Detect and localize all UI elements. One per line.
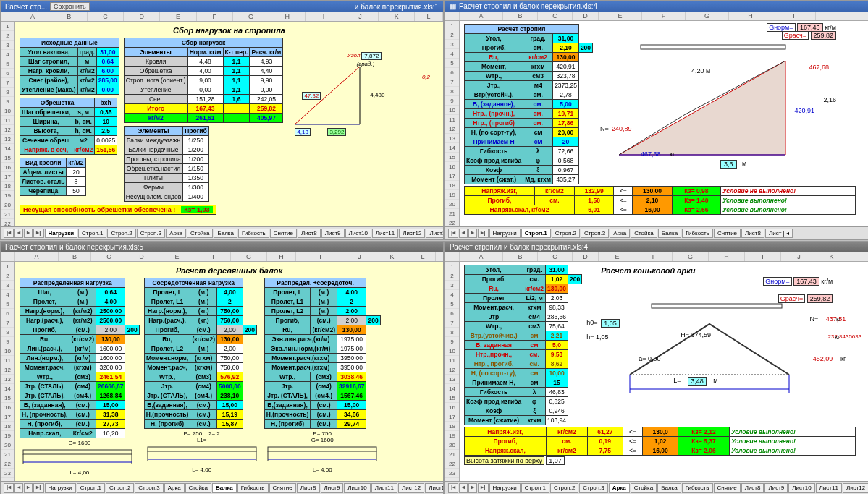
row-numbers: 12345678 9101112131415 16171819202122 23… xyxy=(1,262,15,481)
beam-table: Распределенная нагрузкаШаг,(м.)0,64Проле… xyxy=(20,278,140,438)
arch-title: Расчет коньковой арки xyxy=(601,266,833,275)
pane-loads: Расчет стр... Сохранить и балок перекрыт… xyxy=(0,0,444,240)
tab-nav-prev[interactable]: ◂ xyxy=(14,229,23,238)
table-arch-params: Угол,град.31,00Прогиб,см.1,02200Ru,кг/см… xyxy=(464,265,582,425)
triangle-diagram: Угол 7,872 (град.) 4,480 47,32 4,13 3,29… xyxy=(287,52,382,139)
tab[interactable]: Гибкость xyxy=(238,229,269,238)
beam-table: Распредел. +сосредоточ.Пролет, L(м.)4,00… xyxy=(264,278,381,429)
save-button[interactable]: Сохранить xyxy=(50,2,90,11)
tab-nav-next[interactable]: ▸ xyxy=(24,229,33,238)
sheet-content[interactable]: Сбор нагрузок на стропила 0,2 Исходные д… xyxy=(15,22,443,226)
status-table: Напряж.изг,кг/см2132,99<=130,00Кз= 0,98У… xyxy=(464,186,856,215)
page-title: Сбор нагрузок на стропила xyxy=(20,26,439,35)
row-numbers: 12345678 9101112131415 1617181920212223 xyxy=(445,262,460,481)
col-headers: ABC DEF GHI xyxy=(445,12,868,21)
summary-bar: Несущая способность обрешетки обеспечена… xyxy=(20,205,216,215)
pane-beams: Расчет стропил и балок перекрытия.xls:5 … xyxy=(0,241,444,494)
file-name: Расчет стр... xyxy=(5,3,47,11)
titlebar-rest: и балок перекрытия.xls:1 xyxy=(355,3,439,11)
file-name: Расчет стропил и балок перекрытия.xls:4 xyxy=(450,243,588,251)
sheet-tabs-1[interactable]: |◂ ◂ ▸ ▸| Нагрузки Строп.1 Строп.2 Строп… xyxy=(1,226,443,239)
titlebar-1[interactable]: Расчет стр... Сохранить и балок перекрыт… xyxy=(1,1,443,12)
extra-val: 1,07 xyxy=(546,456,565,465)
tab-nagruzki[interactable]: Нагрузки xyxy=(45,229,78,238)
table-krov: Вид кровликг/м2 А/цем. листы20 Листов. с… xyxy=(20,158,86,196)
tab[interactable]: Снятие xyxy=(270,229,297,238)
extra-label: Высота затяжки по верху xyxy=(464,456,544,465)
tab[interactable]: Стойка xyxy=(187,229,213,238)
beam-table: Сосредоточенная нагрузкаПролет, L(м.)4,0… xyxy=(144,278,257,429)
tab[interactable]: Лист8 xyxy=(298,229,321,238)
table-rafter-params: Расчет стропил Угол,град.31,00 Прогиб,см… xyxy=(464,24,593,184)
sheet-content[interactable]: Угол,град.31,00Прогиб,см.1,02200Ru,кг/см… xyxy=(460,262,868,481)
tab[interactable]: Лист10 xyxy=(345,229,371,238)
page-title: Расчет деревянных балок xyxy=(20,266,439,275)
ext-val: 0,2 xyxy=(422,74,430,80)
table-ish: Исходные данные Угол наклона,град.31,00 … xyxy=(20,38,119,95)
svg-rect-13 xyxy=(268,447,376,451)
row-numbers: 12345678 9101112131415 16171819202122 xyxy=(445,21,460,226)
table-obr: Обрешеткаbxh Шаг обрешетки,s, м0,35 Шири… xyxy=(20,98,117,155)
tab-nav-last[interactable]: ▸| xyxy=(33,229,43,238)
row-numbers: 12345678 9101112131415 16171819202122 xyxy=(1,22,15,226)
sheet-tabs-4[interactable]: |◂◂▸▸| Нагрузки Строп.1 Строп.2 Строп.3 … xyxy=(445,481,868,494)
svg-rect-9 xyxy=(148,447,256,451)
col-headers: ABC DEF GHI JKL xyxy=(1,252,443,262)
file-name: Расчет стропил и балок перекрытия.xls:4 xyxy=(459,2,597,10)
excel-icon: ▦ xyxy=(450,2,456,10)
tab[interactable]: Строп.1 xyxy=(78,229,106,238)
tab[interactable]: Строп.2 xyxy=(107,229,135,238)
col-headers: ABC DEF GHI JKL xyxy=(1,12,443,22)
pane-rafters: ▦ Расчет стропил и балок перекрытия.xls:… xyxy=(444,0,868,240)
col-headers: ABC DEF GHI JK xyxy=(445,252,868,262)
pane-arch: Расчет стропил и балок перекрытия.xls:4 … xyxy=(444,241,868,494)
rafter-diagram xyxy=(597,39,822,169)
sheet-tabs-2[interactable]: |◂◂▸▸| Нагрузки Строп.1 Строп.2 Строп.3 … xyxy=(445,226,868,239)
svg-rect-5 xyxy=(23,450,132,454)
titlebar-2[interactable]: ▦ Расчет стропил и балок перекрытия.xls:… xyxy=(445,1,868,12)
table-prog: ЭлементыПрогиб Балки междуэтажн1/250 Бал… xyxy=(124,126,209,202)
titlebar-3[interactable]: Расчет стропил и балок перекрытия.xls:5 xyxy=(1,242,443,252)
sheet-content[interactable]: Расчет деревянных балок Распределенная н… xyxy=(15,262,443,481)
titlebar-4[interactable]: Расчет стропил и балок перекрытия.xls:4 xyxy=(445,242,868,252)
arch-diagram xyxy=(586,302,818,404)
svg-rect-17 xyxy=(652,304,782,308)
tab[interactable]: Лист13 xyxy=(426,229,443,238)
sheet-content[interactable]: Расчет стропил Угол,град.31,00 Прогиб,см… xyxy=(460,21,868,226)
tab[interactable]: Арка xyxy=(166,229,186,238)
tab[interactable]: Лист11 xyxy=(372,229,398,238)
table-sbor: Сбор нагрузок ЭлементыНорм. кг/мК-т пер.… xyxy=(124,38,284,123)
tab[interactable]: Лист9 xyxy=(321,229,345,238)
tab[interactable]: Балка xyxy=(214,229,237,238)
tab-nav-first[interactable]: |◂ xyxy=(4,229,14,238)
tab[interactable]: Строп.3 xyxy=(137,229,165,238)
status-table: Напряж.изг,кг/см261,27<=130,0Кз= 2,12Усл… xyxy=(464,427,856,456)
tab[interactable]: Лист12 xyxy=(399,229,425,238)
svg-rect-3 xyxy=(641,45,785,49)
sheet-tabs-3[interactable]: |◂◂▸▸| Нагрузки Строп.1 Строп.2 Строп.3 … xyxy=(1,481,443,494)
file-name: Расчет стропил и балок перекрытия.xls:5 xyxy=(5,243,143,251)
